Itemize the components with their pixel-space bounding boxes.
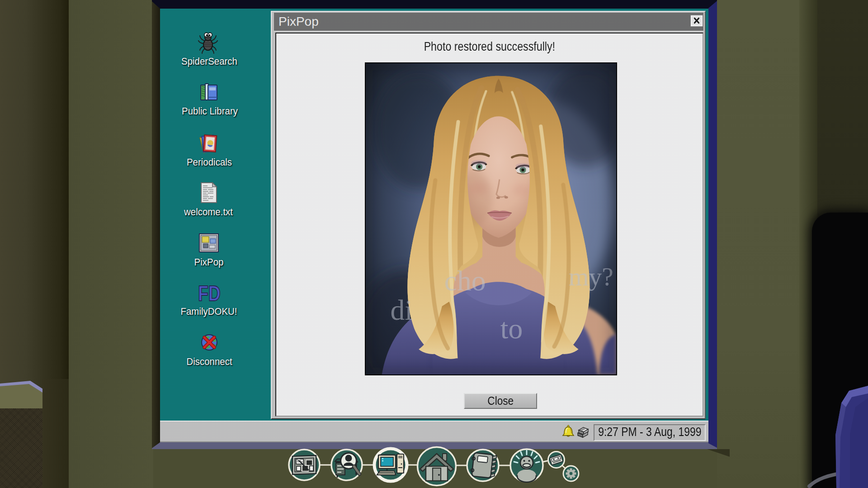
- svg-text:FD: FD: [198, 282, 221, 303]
- svg-text:di: di: [391, 294, 413, 326]
- svg-text:to: to: [500, 313, 523, 345]
- svg-text:cho: cho: [444, 265, 486, 297]
- svg-text:my?: my?: [569, 262, 613, 291]
